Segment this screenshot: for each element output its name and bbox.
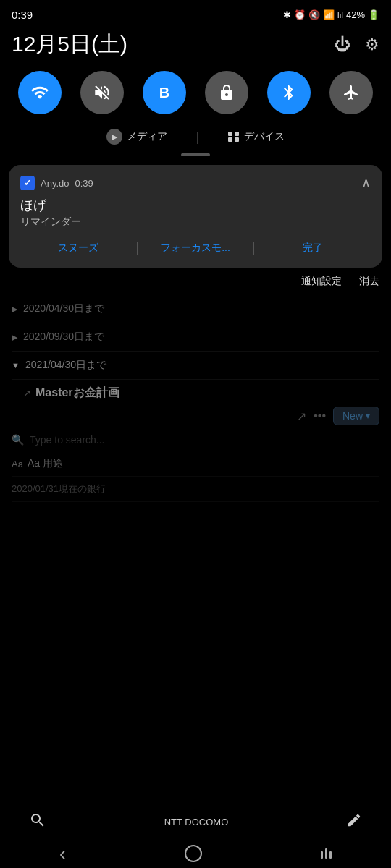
- status-bar: 0:39 ✱ ⏰ 🔇 📶 lıl 42% 🔋: [0, 0, 391, 24]
- play-icon: ▶: [106, 129, 122, 145]
- recent-button[interactable]: [321, 848, 332, 859]
- drag-handle: [181, 153, 210, 156]
- list-item-bank: 2020/01/31現在の銀行: [12, 477, 379, 502]
- toggle-bluetooth[interactable]: [267, 71, 311, 114]
- collapse-arrow-1: ▶: [12, 305, 17, 314]
- app-content: ▶ 2020/04/30日まで ▶ 2020/09/30日まで ▼ 2021/0…: [0, 295, 391, 502]
- notification-card: ✓ Any.do 0:39 ∧ ほげ リマインダー スヌーズ フォーカスモ...…: [9, 165, 382, 268]
- bottom-nav-bar: NTT DOCOMO: [0, 804, 391, 839]
- new-button-row: ↗ ••• New ▾: [12, 404, 379, 428]
- bank-label: 2020/01/31現在の銀行: [12, 482, 106, 495]
- alarm-status-icon: ⏰: [294, 9, 306, 20]
- collapse-arrow-2: ▶: [12, 333, 17, 342]
- complete-button[interactable]: 完了: [254, 239, 371, 258]
- notification-dismiss-button[interactable]: 消去: [359, 275, 379, 288]
- notification-subtitle: リマインダー: [20, 216, 371, 229]
- notification-time: 0:39: [75, 178, 93, 189]
- notification-settings-row: 通知設定 消去: [0, 268, 391, 295]
- battery-status-icon: 🔋: [368, 9, 379, 20]
- search-nav-icon[interactable]: [29, 812, 46, 832]
- highlight-text: Masterお金計画: [35, 386, 119, 401]
- mute-status-icon: 🔇: [308, 9, 320, 20]
- notification-title: ほげ: [20, 197, 371, 214]
- status-time: 0:39: [12, 9, 33, 21]
- notification-expand-chevron[interactable]: ∧: [361, 175, 371, 191]
- toggle-airplane[interactable]: [329, 71, 373, 114]
- media-label: メディア: [127, 130, 167, 143]
- section-label-1: 2020/04/30日まで: [23, 302, 104, 315]
- bluetooth-status-icon: ✱: [283, 9, 291, 20]
- link-small-icon[interactable]: ↗: [297, 409, 306, 423]
- list-item-youto: Aa 用途: [28, 457, 63, 470]
- date-text: 12月5日(土): [12, 30, 127, 59]
- search-icon: 🔍: [12, 434, 24, 446]
- section-row-3[interactable]: ▼ 2021/04/30日まで: [12, 352, 379, 380]
- notification-app-info: ✓ Any.do 0:39: [20, 176, 93, 190]
- link-icon: ↗: [23, 388, 31, 399]
- new-badge-label: New: [342, 410, 363, 422]
- toggle-screen-lock[interactable]: [205, 71, 248, 114]
- snooze-button[interactable]: スヌーズ: [20, 239, 137, 258]
- status-icons: ✱ ⏰ 🔇 📶 lıl 42% 🔋: [283, 9, 379, 20]
- section-label-2: 2020/09/30日まで: [23, 331, 104, 344]
- toggle-bixby[interactable]: B: [143, 71, 186, 114]
- toggle-mute[interactable]: [80, 71, 124, 114]
- date-header-icons: ⏻ ⚙: [335, 35, 379, 54]
- media-device-row: ▶ メディア | デバイス: [0, 126, 391, 153]
- device-label: デバイス: [244, 130, 285, 143]
- notification-settings-button[interactable]: 通知設定: [301, 275, 342, 288]
- toggle-wifi[interactable]: [18, 71, 62, 114]
- list-item-label: Aa Aa 用途: [12, 451, 379, 477]
- notification-actions: スヌーズ フォーカスモ... 完了: [20, 239, 371, 258]
- wifi-status-icon: 📶: [323, 9, 335, 20]
- list-item-aa-icon: Aa: [12, 459, 23, 469]
- power-icon[interactable]: ⏻: [335, 35, 350, 54]
- highlight-row[interactable]: ↗ Masterお金計画: [12, 380, 379, 404]
- home-button[interactable]: ○: [185, 845, 202, 862]
- signal-status-icon: lıl: [337, 11, 343, 20]
- section-row-2[interactable]: ▶ 2020/09/30日まで: [12, 323, 379, 352]
- focus-mode-button[interactable]: フォーカスモ...: [138, 239, 254, 258]
- battery-status-text: 42%: [346, 9, 365, 20]
- section-label-3: 2021/04/30日まで: [25, 359, 106, 372]
- new-badge-chevron: ▾: [366, 411, 370, 421]
- settings-icon[interactable]: ⚙: [365, 35, 379, 54]
- media-item[interactable]: ▶ メディア: [106, 129, 167, 145]
- notification-header: ✓ Any.do 0:39 ∧: [20, 175, 371, 191]
- quick-toggles: B: [0, 71, 391, 126]
- carrier-label: NTT DOCOMO: [164, 817, 229, 827]
- expand-arrow-3: ▼: [12, 361, 20, 370]
- system-nav: ‹ ○: [0, 839, 391, 868]
- device-item[interactable]: デバイス: [228, 130, 285, 143]
- search-placeholder: Type to search...: [30, 434, 105, 446]
- new-badge-button[interactable]: New ▾: [333, 407, 379, 425]
- back-button[interactable]: ‹: [59, 843, 66, 865]
- date-header: 12月5日(土) ⏻ ⚙: [0, 24, 391, 71]
- notification-app-name: Any.do: [41, 178, 70, 189]
- media-divider: |: [196, 129, 200, 145]
- more-options-icon[interactable]: •••: [314, 409, 326, 422]
- edit-nav-icon[interactable]: [346, 812, 362, 831]
- anydo-app-icon: ✓: [20, 176, 35, 190]
- section-row-1[interactable]: ▶ 2020/04/30日まで: [12, 295, 379, 323]
- grid-icon: [228, 132, 240, 142]
- search-row[interactable]: 🔍 Type to search...: [12, 428, 379, 451]
